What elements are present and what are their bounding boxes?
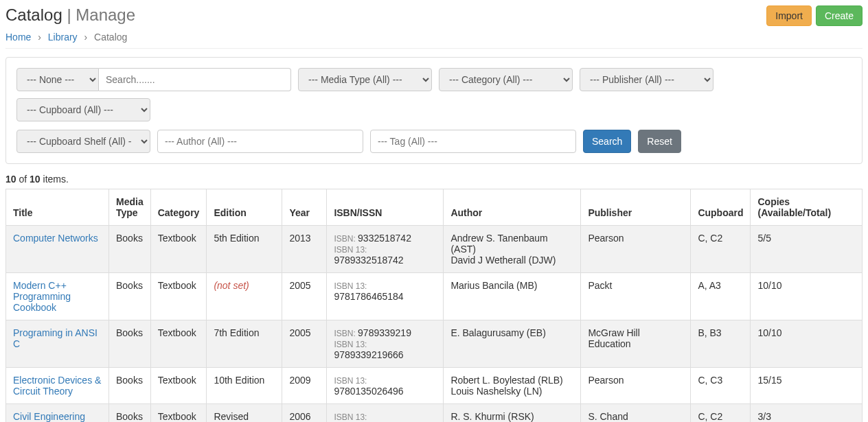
import-button[interactable]: Import	[766, 5, 812, 26]
cell-copies: 3/3	[751, 404, 863, 423]
media-type-select[interactable]: --- Media Type (All) ---	[298, 68, 432, 91]
cell-category: Textbook	[150, 368, 207, 404]
book-title-link[interactable]: Computer Networks	[13, 233, 98, 244]
filter-none-select[interactable]: --- None ---	[16, 68, 99, 91]
cell-isbn: ISBN 13: 9781786465184	[327, 273, 444, 320]
cell-media-type: Books	[109, 226, 151, 273]
cell-isbn: ISBN: 9789339219ISBN 13: 9789339219666	[327, 320, 444, 368]
cell-cupboard: B, B3	[691, 320, 751, 368]
cell-year: 2013	[282, 226, 327, 273]
breadcrumb-home[interactable]: Home	[5, 32, 31, 43]
col-publisher[interactable]: Publisher	[581, 189, 691, 226]
book-title-link[interactable]: Electronic Devices & Circuit Theory	[13, 375, 101, 397]
breadcrumb-current: Catalog	[94, 32, 127, 43]
table-row: Programing in ANSI CBooksTextbook7th Edi…	[6, 320, 863, 368]
table-row: Electronic Devices & Circuit TheoryBooks…	[6, 368, 863, 404]
cell-edition: (not set)	[207, 273, 282, 320]
cell-edition: 7th Edition	[207, 320, 282, 368]
col-edition[interactable]: Edition	[207, 189, 282, 226]
cell-publisher: McGraw Hill Education	[581, 320, 691, 368]
table-row: Computer NetworksBooksTextbook5th Editio…	[6, 226, 863, 273]
cell-publisher: Packt	[581, 273, 691, 320]
book-title-link[interactable]: Modern C++ Programming Cookbook	[13, 280, 71, 313]
col-category[interactable]: Category	[150, 189, 207, 226]
cell-cupboard: C, C2	[691, 226, 751, 273]
book-title-link[interactable]: Civil Engineering	[13, 411, 85, 422]
cell-isbn: ISBN 13: 9788121926058	[327, 404, 444, 423]
search-input[interactable]	[99, 68, 291, 91]
col-title[interactable]: Title	[6, 189, 109, 226]
author-input[interactable]	[157, 130, 363, 153]
breadcrumb-separator: ›	[38, 32, 41, 43]
cell-cupboard: A, A3	[691, 273, 751, 320]
cell-category: Textbook	[150, 226, 207, 273]
create-button[interactable]: Create	[816, 5, 863, 26]
col-cupboard[interactable]: Cupboard	[691, 189, 751, 226]
cell-media-type: Books	[109, 320, 151, 368]
cell-edition: 5th Edition	[207, 226, 282, 273]
cell-year: 2005	[282, 320, 327, 368]
table-row: Civil EngineeringBooksTextbookRevised Ed…	[6, 404, 863, 423]
results-summary: 10 of 10 items.	[5, 174, 863, 185]
cell-isbn: ISBN: 9332518742ISBN 13: 9789332518742	[327, 226, 444, 273]
cupboard-shelf-select[interactable]: --- Cupboard Shelf (All) ---	[16, 130, 150, 153]
catalog-table: Title Media Type Category Edition Year I…	[5, 189, 863, 422]
cupboard-select[interactable]: --- Cupboard (All) ---	[16, 98, 150, 121]
page-title-main: Catalog	[5, 5, 62, 24]
cell-author: Marius Bancila (MB)	[444, 273, 581, 320]
cell-category: Textbook	[150, 404, 207, 423]
breadcrumb-separator: ›	[84, 32, 88, 43]
cell-copies: 15/15	[751, 368, 863, 404]
cell-author: Andrew S. Tanenbaum (AST)David J Wethera…	[444, 226, 581, 273]
cell-author: Robert L. Boylestad (RLB)Louis Nashelsky…	[444, 368, 581, 404]
cell-media-type: Books	[109, 368, 151, 404]
cell-category: Textbook	[150, 320, 207, 368]
cell-copies: 5/5	[751, 226, 863, 273]
publisher-select[interactable]: --- Publisher (All) ---	[580, 68, 713, 91]
cell-media-type: Books	[109, 273, 151, 320]
page-title: Catalog | Manage	[5, 5, 135, 25]
tag-input[interactable]	[370, 130, 576, 153]
col-isbn[interactable]: ISBN/ISSN	[327, 189, 444, 226]
col-copies[interactable]: Copies (Available/Total)	[751, 189, 863, 226]
cell-year: 2009	[282, 368, 327, 404]
cell-category: Textbook	[150, 273, 207, 320]
cell-year: 2005	[282, 273, 327, 320]
cell-copies: 10/10	[751, 320, 863, 368]
cell-publisher: Pearson	[581, 368, 691, 404]
cell-author: R. S. Khurmi (RSK)J. K. Gupta (JKG)	[444, 404, 581, 423]
cell-copies: 10/10	[751, 273, 863, 320]
page-title-sub: Manage	[76, 5, 135, 24]
col-media-type[interactable]: Media Type	[109, 189, 151, 226]
table-row: Modern C++ Programming CookbookBooksText…	[6, 273, 863, 320]
book-title-link[interactable]: Programing in ANSI C	[13, 327, 98, 349]
reset-button[interactable]: Reset	[638, 130, 681, 153]
cell-publisher: S. Chand	[581, 404, 691, 423]
cell-year: 2006	[282, 404, 327, 423]
col-author[interactable]: Author	[444, 189, 581, 226]
col-year[interactable]: Year	[282, 189, 327, 226]
cell-cupboard: C, C2	[691, 404, 751, 423]
cell-isbn: ISBN 13: 9780135026496	[327, 368, 444, 404]
cell-publisher: Pearson	[581, 226, 691, 273]
filter-panel: --- None --- --- Media Type (All) --- --…	[5, 57, 863, 164]
cell-cupboard: C, C3	[691, 368, 751, 404]
breadcrumb: Home › Library › Catalog	[5, 32, 863, 49]
breadcrumb-library[interactable]: Library	[48, 32, 78, 43]
category-select[interactable]: --- Category (All) ---	[439, 68, 573, 91]
search-button[interactable]: Search	[583, 130, 631, 153]
cell-media-type: Books	[109, 404, 151, 423]
cell-author: E. Balagurusamy (EB)	[444, 320, 581, 368]
cell-edition: Revised Edition	[207, 404, 282, 423]
cell-edition: 10th Edition	[207, 368, 282, 404]
